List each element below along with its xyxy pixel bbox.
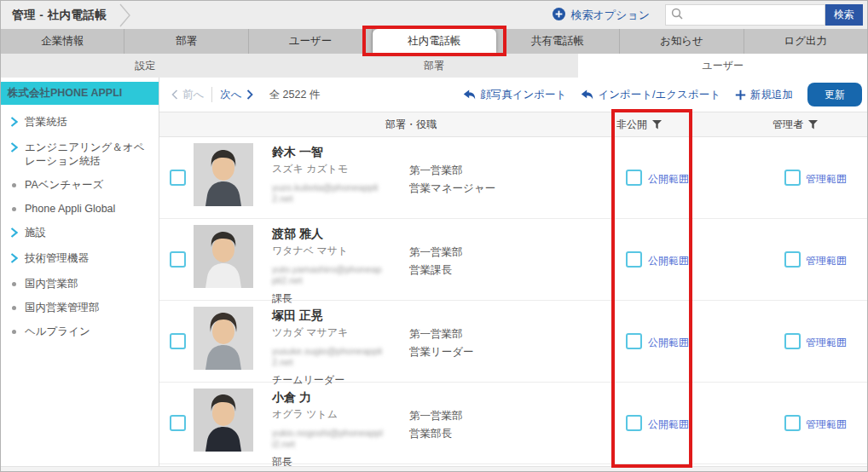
subtab-settings[interactable]: 設定 — [1, 54, 290, 78]
admin-checkbox[interactable] — [784, 415, 801, 431]
admin-range-link[interactable]: 管理範囲 — [806, 417, 847, 432]
prev-page-button[interactable]: 前へ — [171, 88, 204, 102]
photo-import-button[interactable]: 顔写真インポート — [463, 88, 566, 102]
filter-funnel-icon — [808, 120, 818, 130]
chevron-right-icon — [10, 253, 18, 267]
sidebar-item-phone-appli-global[interactable]: Phone Appli Global — [1, 197, 159, 221]
row-checkbox[interactable] — [170, 170, 186, 186]
tab-announcements[interactable]: お知らせ — [620, 29, 744, 54]
department-sidebar: 株式会社PHONE APPLI 営業統括 エンジニアリング＆オペレーション統括 … — [1, 78, 159, 468]
sidebar-item-tech-equipment[interactable]: 技術管理機器 — [1, 246, 159, 272]
tab-shared-directory[interactable]: 共有電話帳 — [496, 29, 620, 54]
visibility-checkbox[interactable] — [626, 415, 642, 431]
plus-icon — [735, 89, 746, 101]
tab-company-info[interactable]: 企業情報 — [1, 29, 124, 54]
tab-departments[interactable]: 部署 — [124, 29, 248, 54]
user-photo — [194, 143, 253, 206]
subtab-departments[interactable]: 部署 — [290, 54, 579, 78]
sidebar-item-engineering-operations[interactable]: エンジニアリング＆オペレーション統括 — [1, 135, 159, 173]
search-icon — [671, 8, 683, 23]
visibility-checkbox[interactable] — [626, 251, 642, 268]
chevron-left-icon — [171, 89, 178, 100]
row-checkbox[interactable] — [170, 415, 186, 431]
column-header-department: 部署・役職 — [159, 112, 663, 136]
chevron-right-icon — [10, 117, 18, 130]
tab-internal-directory[interactable]: 社内電話帳 — [373, 29, 495, 54]
user-department: 第一営業部 営業マネージャー — [409, 162, 495, 198]
column-header-admin[interactable]: 管理者 — [773, 112, 818, 136]
admin-checkbox[interactable] — [784, 333, 801, 349]
admin-checkbox[interactable] — [784, 251, 801, 268]
user-email-blurred: yuzo.kubota@phoneappli2.net — [272, 182, 385, 204]
sidebar-item-facilities[interactable]: 施設 — [1, 221, 159, 246]
user-identity: 渡部 雅人 ワタナベ マサト yuto.yamashiro@phoneappli… — [272, 227, 402, 306]
visibility-range-link[interactable]: 公開範囲 — [648, 254, 689, 268]
list-toolbar: 前へ 次へ 全 2522 件 顔写真インポート インポート/エクスポート — [159, 78, 868, 112]
sidebar-item-sales-division[interactable]: 営業統括 — [1, 110, 159, 135]
user-name: 鈴木 一智 — [272, 145, 402, 159]
user-row: 塚田 正晃 ツカダ マサアキ yusuke.sugio@phoneappli2.… — [159, 301, 868, 383]
admin-range-link[interactable]: 管理範囲 — [806, 172, 847, 187]
visibility-range-link[interactable]: 公開範囲 — [648, 172, 689, 187]
user-department: 第一営業部 営業課長 — [409, 244, 463, 279]
sidebar-item-domestic-sales-admin[interactable]: 国内営業管理部 — [1, 296, 159, 319]
sidebar-item-domestic-sales[interactable]: 国内営業部 — [1, 272, 159, 296]
user-name: 渡部 雅人 — [272, 227, 402, 241]
update-button[interactable]: 更新 — [807, 83, 862, 106]
import-export-button[interactable]: インポート/エクスポート — [581, 88, 720, 102]
department-name: 第一営業部 — [409, 244, 463, 262]
admin-directory-window: 管理 - 社内電話帳 検索オプション 検索 企業情報 部署 ユーザー 社内電 — [0, 0, 868, 472]
admin-checkbox[interactable] — [784, 170, 801, 186]
bullet-icon — [12, 282, 16, 286]
visibility-range-link[interactable]: 公開範囲 — [648, 417, 689, 432]
sidebar-item-pa-ventures[interactable]: PAベンチャーズ — [1, 173, 159, 197]
search-options-button[interactable]: 検索オプション — [553, 8, 650, 23]
user-list-panel: 前へ 次へ 全 2522 件 顔写真インポート インポート/エクスポート — [159, 78, 868, 468]
visibility-range-link[interactable]: 公開範囲 — [648, 336, 689, 350]
admin-range-link[interactable]: 管理範囲 — [806, 254, 847, 268]
bullet-icon — [12, 306, 16, 310]
main-tab-bar: 企業情報 部署 ユーザー 社内電話帳 共有電話帳 お知らせ ログ出力 — [1, 29, 867, 54]
table-header: 部署・役職 非公開 管理者 — [159, 112, 868, 137]
add-new-button[interactable]: 新規追加 — [735, 88, 793, 102]
department-tree: 営業統括 エンジニアリング＆オペレーション統括 PAベンチャーズ Phone A… — [1, 105, 159, 343]
chevron-right-icon — [10, 142, 18, 156]
row-checkbox[interactable] — [170, 251, 186, 268]
search-input[interactable] — [683, 9, 825, 22]
column-header-private[interactable]: 非公開 — [616, 112, 662, 136]
total-count: 全 2522 件 — [269, 88, 321, 102]
pagination: 前へ 次へ 全 2522 件 — [171, 78, 320, 112]
search-button[interactable]: 検索 — [825, 4, 863, 26]
sidebar-company-root[interactable]: 株式会社PHONE APPLI — [1, 82, 159, 105]
visibility-checkbox[interactable] — [626, 333, 642, 349]
page-title: 管理 - 社内電話帳 — [12, 8, 107, 23]
department-name: 第一営業部 — [409, 407, 463, 425]
filter-funnel-icon — [652, 120, 662, 130]
admin-range-link[interactable]: 管理範囲 — [806, 336, 847, 350]
user-email-blurred: yuto.yamashiro@phoneappli2.net — [272, 264, 385, 286]
sidebar-item-helpline[interactable]: ヘルプライン — [1, 319, 159, 343]
user-photo — [194, 307, 253, 370]
role-name: 営業マネージャー — [409, 180, 495, 198]
search-box — [665, 4, 825, 26]
subtab-users[interactable]: ユーザー — [578, 54, 867, 78]
divider — [211, 87, 212, 102]
user-identity: 小倉 力 オグラ ツトム yukio.nogoshi@phoneappli2.n… — [272, 390, 402, 469]
breadcrumb-chevron-icon — [119, 3, 131, 27]
import-arrow-icon — [581, 89, 593, 101]
bullet-icon — [12, 207, 16, 211]
user-row: 渡部 雅人 ワタナベ マサト yuto.yamashiro@phoneappli… — [159, 219, 868, 301]
visibility-checkbox[interactable] — [626, 170, 642, 186]
user-kana: ワタナベ マサト — [272, 244, 402, 258]
department-name: 第一営業部 — [409, 325, 474, 343]
role-name: 営業部長 — [409, 425, 463, 443]
user-email-blurred: yusuke.sugio@phoneappli2.net — [272, 346, 385, 368]
tab-log-export[interactable]: ログ出力 — [744, 29, 867, 54]
user-department: 第一営業部 営業リーダー — [409, 325, 474, 361]
tab-users[interactable]: ユーザー — [249, 29, 373, 54]
row-checkbox[interactable] — [170, 333, 186, 349]
next-page-button[interactable]: 次へ — [220, 88, 252, 102]
search-area: 検索オプション 検索 — [553, 1, 863, 29]
user-photo — [194, 225, 253, 288]
user-name: 塚田 正晃 — [272, 308, 402, 323]
